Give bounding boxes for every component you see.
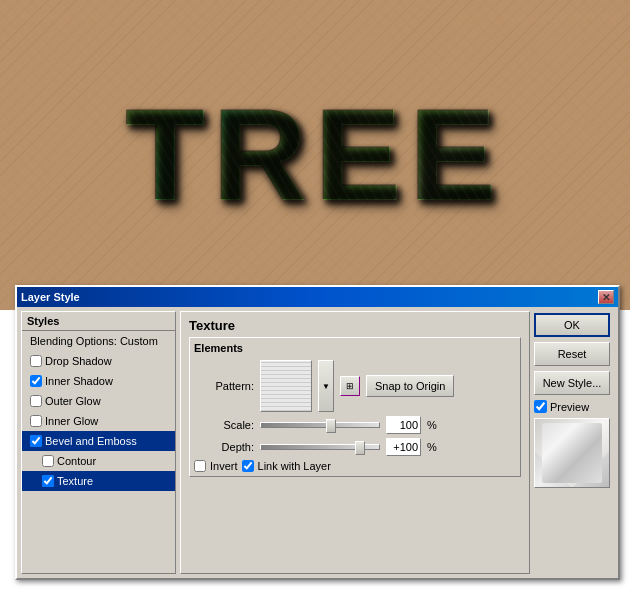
scale-row: Scale: % bbox=[194, 416, 516, 434]
styles-header: Styles bbox=[22, 312, 175, 331]
contour-item[interactable]: Contour bbox=[22, 451, 175, 471]
canvas-area: PSD-DUDE.COM 思缘设计论坛 www.MISSYUAN.COM PSD… bbox=[0, 0, 630, 310]
texture-label: Texture bbox=[57, 475, 93, 487]
scale-slider-container bbox=[260, 422, 380, 428]
pattern-label: Pattern: bbox=[194, 380, 254, 392]
content-area: Texture Elements Pattern: ▼ ⊞ Snap to Or… bbox=[180, 311, 530, 574]
inner-shadow-checkbox[interactable] bbox=[30, 375, 42, 387]
drop-shadow-label: Drop Shadow bbox=[45, 355, 112, 367]
depth-row: Depth: % bbox=[194, 438, 516, 456]
preview-label-text: Preview bbox=[550, 401, 589, 413]
scale-value-input[interactable] bbox=[386, 416, 421, 434]
close-button[interactable]: ✕ bbox=[598, 290, 614, 304]
blending-options-item[interactable]: Blending Options: Custom bbox=[22, 331, 175, 351]
styles-panel: Styles Blending Options: Custom Drop Sha… bbox=[21, 311, 176, 574]
texture-section-title: Texture bbox=[189, 318, 521, 333]
ok-button[interactable]: OK bbox=[534, 313, 610, 337]
elements-title: Elements bbox=[194, 342, 516, 354]
bevel-emboss-label: Bevel and Emboss bbox=[45, 435, 137, 447]
link-layer-checkbox[interactable] bbox=[242, 460, 254, 472]
snap-to-origin-button[interactable]: Snap to Origin bbox=[366, 375, 454, 397]
outer-glow-item[interactable]: Outer Glow bbox=[22, 391, 175, 411]
preview-box bbox=[534, 418, 610, 488]
elements-section: Elements Pattern: ▼ ⊞ Snap to Origin Sca… bbox=[189, 337, 521, 477]
inner-glow-checkbox[interactable] bbox=[30, 415, 42, 427]
pattern-options-button[interactable]: ⊞ bbox=[340, 376, 360, 396]
bevel-emboss-checkbox[interactable] bbox=[30, 435, 42, 447]
contour-checkbox[interactable] bbox=[42, 455, 54, 467]
scale-slider-thumb[interactable] bbox=[326, 419, 336, 433]
invert-checkbox[interactable] bbox=[194, 460, 206, 472]
dialog-titlebar: Layer Style ✕ bbox=[17, 287, 618, 307]
inner-shadow-label: Inner Shadow bbox=[45, 375, 113, 387]
scale-slider-track[interactable] bbox=[260, 422, 380, 428]
outer-glow-checkbox[interactable] bbox=[30, 395, 42, 407]
preview-label-row: Preview bbox=[534, 400, 614, 413]
inner-shadow-item[interactable]: Inner Shadow bbox=[22, 371, 175, 391]
inner-glow-item[interactable]: Inner Glow bbox=[22, 411, 175, 431]
watermark-top-right: 思缘设计论坛 www.MISSYUAN.COM bbox=[455, 12, 620, 26]
depth-unit: % bbox=[427, 441, 437, 453]
depth-slider-thumb[interactable] bbox=[355, 441, 365, 455]
scale-unit: % bbox=[427, 419, 437, 431]
inner-glow-label: Inner Glow bbox=[45, 415, 98, 427]
drop-shadow-item[interactable]: Drop Shadow bbox=[22, 351, 175, 371]
drop-shadow-checkbox[interactable] bbox=[30, 355, 42, 367]
scale-label: Scale: bbox=[194, 419, 254, 431]
pattern-dropdown-button[interactable]: ▼ bbox=[318, 360, 334, 412]
new-style-button[interactable]: New Style... bbox=[534, 371, 610, 395]
layer-style-dialog: Layer Style ✕ Styles Blending Options: C… bbox=[0, 285, 630, 589]
depth-value-input[interactable] bbox=[386, 438, 421, 456]
pattern-preview[interactable] bbox=[260, 360, 312, 412]
contour-label: Contour bbox=[57, 455, 96, 467]
preview-thumbnail bbox=[542, 423, 602, 483]
invert-label: Invert bbox=[210, 460, 238, 472]
depth-slider-track[interactable] bbox=[260, 444, 380, 450]
dialog-window: Layer Style ✕ Styles Blending Options: C… bbox=[15, 285, 620, 580]
pattern-row: Pattern: ▼ ⊞ Snap to Origin bbox=[194, 360, 516, 412]
right-panel: OK Reset New Style... Preview bbox=[534, 311, 614, 574]
reset-button[interactable]: Reset bbox=[534, 342, 610, 366]
preview-checkbox[interactable] bbox=[534, 400, 547, 413]
tree-text-container: TREE bbox=[126, 80, 505, 230]
texture-item[interactable]: Texture bbox=[22, 471, 175, 491]
dialog-title: Layer Style bbox=[21, 291, 80, 303]
dialog-body: Styles Blending Options: Custom Drop Sha… bbox=[17, 307, 618, 578]
outer-glow-label: Outer Glow bbox=[45, 395, 101, 407]
main-content: Texture Elements Pattern: ▼ ⊞ Snap to Or… bbox=[180, 311, 530, 574]
texture-checkbox[interactable] bbox=[42, 475, 54, 487]
checkbox-row: Invert Link with Layer bbox=[194, 460, 516, 472]
link-layer-label: Link with Layer bbox=[258, 460, 331, 472]
tree-text: TREE bbox=[126, 80, 505, 230]
watermark-top-left: PSD-DUDE.COM bbox=[20, 12, 98, 23]
depth-label: Depth: bbox=[194, 441, 254, 453]
bevel-emboss-item[interactable]: Bevel and Emboss bbox=[22, 431, 175, 451]
depth-slider-container bbox=[260, 444, 380, 450]
